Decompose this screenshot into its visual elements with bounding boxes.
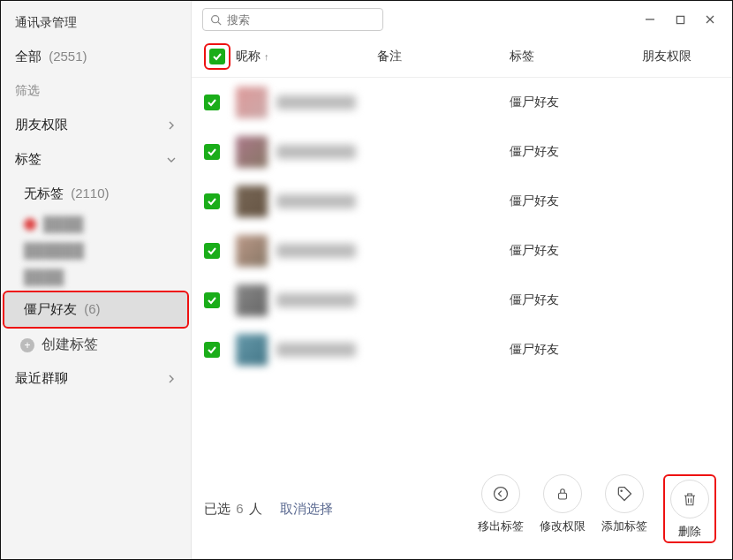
row-tag: 僵尸好友	[510, 243, 642, 259]
nickname-blurred	[276, 145, 356, 159]
search-input[interactable]	[227, 13, 375, 26]
sidebar-tag-blurred-1[interactable]: ████	[1, 211, 191, 238]
sidebar-item-all[interactable]: 全部 (2551)	[1, 40, 191, 74]
chevron-down-icon	[166, 155, 177, 165]
sidebar-create-tag[interactable]: + 创建标签	[1, 329, 191, 361]
row-checkbox[interactable]	[204, 243, 220, 259]
plus-icon: +	[20, 338, 34, 352]
tag-icon	[616, 485, 633, 503]
sidebar-item-permissions[interactable]: 朋友权限	[1, 108, 191, 142]
svg-rect-7	[559, 493, 567, 499]
search-icon	[210, 14, 222, 26]
sidebar-item-tags[interactable]: 标签	[1, 142, 191, 177]
nickname-blurred	[276, 95, 356, 110]
close-button[interactable]	[704, 13, 716, 26]
lock-icon	[555, 486, 571, 502]
cancel-selection[interactable]: 取消选择	[280, 501, 333, 518]
column-nickname[interactable]: 昵称 ↑	[236, 49, 377, 64]
row-tag: 僵尸好友	[510, 95, 642, 110]
row-checkbox[interactable]	[204, 342, 220, 358]
topbar	[192, 1, 732, 34]
svg-line-1	[218, 21, 221, 24]
maximize-button[interactable]	[674, 13, 686, 26]
app-title: 通讯录管理	[1, 6, 191, 40]
chevron-right-icon	[166, 120, 177, 131]
svg-point-0	[212, 15, 219, 22]
nickname-blurred	[276, 293, 356, 307]
sidebar-filter-label: 筛选	[1, 74, 191, 108]
table-row[interactable]: 僵尸好友	[192, 226, 732, 276]
nickname-blurred	[276, 244, 356, 258]
delete-highlight: 删除	[663, 474, 716, 543]
row-tag: 僵尸好友	[510, 144, 642, 160]
nickname-blurred	[276, 343, 356, 357]
sidebar-tag-none[interactable]: 无标签 (2110)	[1, 177, 191, 211]
column-remark[interactable]: 备注	[377, 49, 510, 64]
svg-point-8	[620, 489, 623, 492]
select-all-checkbox[interactable]	[209, 49, 225, 64]
table-row[interactable]: 僵尸好友	[192, 325, 732, 375]
footer-bar: 已选 6 人 取消选择 移出标签 修改权限 添加标签 删除	[192, 462, 732, 559]
column-permission[interactable]: 朋友权限	[642, 49, 720, 64]
chevron-right-icon	[166, 374, 177, 384]
nickname-blurred	[276, 194, 356, 208]
avatar	[236, 87, 268, 118]
arrow-left-icon	[492, 485, 510, 503]
sidebar-tag-blurred-3[interactable]: ████	[1, 264, 191, 291]
sidebar-item-recent-groups[interactable]: 最近群聊	[1, 361, 191, 396]
row-checkbox[interactable]	[204, 292, 220, 308]
table-row[interactable]: 僵尸好友	[192, 177, 732, 226]
avatar	[236, 334, 268, 366]
edit-permission-button[interactable]: 修改权限	[540, 474, 586, 543]
avatar	[236, 235, 268, 267]
add-tag-button[interactable]: 添加标签	[601, 474, 647, 543]
contact-list: 僵尸好友 僵尸好友 僵尸好友 僵尸好友	[192, 78, 732, 462]
sidebar-tag-zombie[interactable]: 僵尸好友 (6)	[3, 291, 189, 329]
select-all-highlight	[204, 43, 230, 70]
svg-point-6	[495, 488, 508, 501]
row-tag: 僵尸好友	[510, 292, 642, 308]
table-row[interactable]: 僵尸好友	[192, 127, 732, 177]
trash-icon	[682, 491, 698, 507]
sidebar-tag-blurred-2[interactable]: ██████	[1, 238, 191, 264]
remove-tag-button[interactable]: 移出标签	[478, 474, 524, 543]
svg-rect-3	[676, 16, 684, 23]
table-header: 昵称 ↑ 备注 标签 朋友权限	[192, 34, 732, 78]
row-tag: 僵尸好友	[510, 342, 642, 358]
search-box[interactable]	[202, 8, 383, 31]
row-checkbox[interactable]	[204, 193, 220, 209]
row-checkbox[interactable]	[204, 95, 220, 110]
minimize-button[interactable]	[644, 13, 656, 26]
avatar	[236, 136, 268, 168]
column-tag[interactable]: 标签	[510, 49, 642, 64]
main-panel: 昵称 ↑ 备注 标签 朋友权限 僵尸好友 僵尸好友 僵尸好友	[192, 1, 732, 559]
row-tag: 僵尸好友	[510, 193, 642, 209]
avatar	[236, 185, 268, 217]
selection-count: 已选 6 人	[204, 501, 262, 518]
delete-button[interactable]: 删除	[670, 480, 709, 540]
sort-asc-icon: ↑	[264, 51, 269, 62]
avatar	[236, 284, 268, 316]
table-row[interactable]: 僵尸好友	[192, 276, 732, 325]
sidebar: 通讯录管理 全部 (2551) 筛选 朋友权限 标签 无标签 (2110) ██…	[1, 1, 192, 559]
table-row[interactable]: 僵尸好友	[192, 78, 732, 127]
row-checkbox[interactable]	[204, 144, 220, 160]
